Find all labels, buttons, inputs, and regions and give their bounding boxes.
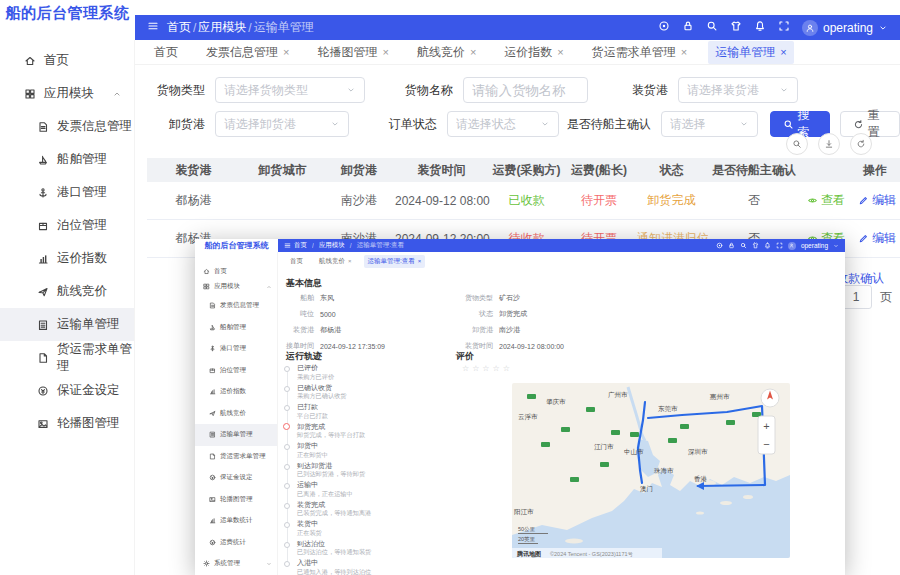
sidebar-item-waybill-stats[interactable]: 运单数统计: [195, 510, 277, 532]
rating-stars[interactable]: ☆☆☆☆☆: [462, 364, 513, 373]
sidebar-item-freight-index[interactable]: 运价指数: [0, 242, 134, 275]
sidebar-item-waybill[interactable]: 运输单管理: [195, 424, 277, 446]
sidebar-group-system[interactable]: 系统管理: [195, 553, 277, 575]
sidebar-item-invoice[interactable]: 发票信息管理: [0, 110, 134, 143]
search-icon[interactable]: [740, 242, 747, 250]
sidebar-item-carousel[interactable]: 轮播图管理: [0, 407, 134, 440]
sidebar: 首页 应用模块 发票信息管理 船舶管理 港口管理 泊位管理 运价指数 航线竞价 …: [0, 40, 135, 575]
hamburger-icon[interactable]: [284, 242, 291, 250]
cargo-name-input[interactable]: [463, 77, 588, 103]
breadcrumb-module[interactable]: 应用模块: [198, 19, 246, 36]
sidebar-item-berth[interactable]: 泊位管理: [0, 209, 134, 242]
rating-title: 评价: [456, 350, 474, 363]
table-header-row: 装货港 卸货城市 卸货港 装货时间 运费(采购方) 运费(船长) 状态 是否待船…: [147, 158, 900, 182]
user-menu[interactable]: operating: [802, 20, 888, 36]
owner-confirm-select[interactable]: 请选择: [661, 111, 758, 137]
map-island: [696, 511, 704, 514]
lock-icon[interactable]: [682, 20, 694, 35]
overlay-breadcrumb-home[interactable]: 首页: [294, 241, 307, 250]
zoom-in-button[interactable]: +: [763, 420, 769, 432]
tab-index[interactable]: 运价指数×: [497, 41, 570, 64]
record-icon[interactable]: [716, 242, 723, 250]
sidebar-item-home[interactable]: 首页: [0, 44, 134, 77]
map-attribution: ©2024 Tencent - GS(2023)1171号: [550, 551, 634, 557]
overlay-tab-bar: 首页 航线竞价× 运输单管理:查看×: [278, 254, 845, 268]
table-row: 都杨港 南沙港 2024-09-12 08:00:00 已收款 待开票 卸货完成…: [147, 182, 900, 220]
close-icon[interactable]: ×: [348, 258, 352, 264]
view-link[interactable]: 查看: [807, 192, 845, 209]
breadcrumb-home[interactable]: 首页: [167, 19, 191, 36]
tab-demand[interactable]: 货运需求单管理×: [585, 41, 694, 64]
sidebar-item-port[interactable]: 港口管理: [0, 176, 134, 209]
sidebar-item-demand[interactable]: 货运需求单管理: [195, 446, 277, 468]
map-zoom-control[interactable]: + −: [758, 416, 775, 454]
filter-label: 装货港: [588, 82, 668, 99]
order-status-select[interactable]: 请选择状态: [447, 111, 559, 137]
edit-link[interactable]: 编辑: [858, 192, 896, 209]
avatar: [788, 242, 796, 250]
route-map[interactable]: 广州市 东莞市 惠州市 肇庆市 云浮市 江门市 中山市 深圳市 珠海市 香港 澳…: [512, 383, 790, 558]
edit-link[interactable]: 编辑: [858, 230, 896, 247]
sidebar-item-invoice[interactable]: 发票信息管理: [195, 295, 277, 317]
tab-invoice[interactable]: 发票信息管理×: [199, 41, 296, 64]
tab-home[interactable]: 首页: [147, 41, 185, 64]
sidebar-item-deposit[interactable]: 保证金设定: [0, 374, 134, 407]
basic-info-fields: 船舶 东风 货物类型 矿石沙 吨位 5000 状态 卸货完成 装货港 都杨港 卸…: [286, 290, 564, 354]
close-icon[interactable]: ×: [418, 258, 422, 264]
zoom-out-button[interactable]: −: [763, 438, 769, 450]
cargo-type-select[interactable]: 请选择货物类型: [215, 77, 365, 103]
sidebar-item-deposit[interactable]: 保证金设定: [195, 467, 277, 489]
sidebar-item-berth[interactable]: 泊位管理: [195, 360, 277, 382]
lock-icon[interactable]: [728, 242, 735, 250]
tab-waybill[interactable]: 运输单管理×: [708, 41, 793, 64]
tab-carousel[interactable]: 轮播图管理×: [310, 41, 395, 64]
theme-icon[interactable]: [730, 20, 742, 35]
export-button[interactable]: [818, 133, 840, 155]
unloading-port-select[interactable]: 请选择卸货港: [215, 111, 349, 137]
sidebar-item-route-bidding[interactable]: 航线竞价: [0, 275, 134, 308]
map-city-label: 广州市: [608, 391, 628, 398]
search-icon[interactable]: [706, 20, 718, 35]
sidebar-group-modules[interactable]: 应用模块: [195, 278, 277, 295]
overlay-breadcrumb-module[interactable]: 应用模块: [319, 241, 345, 250]
sidebar-item-route-bidding[interactable]: 航线竞价: [195, 403, 277, 425]
tab-bidding[interactable]: 航线竞价×: [315, 255, 356, 268]
bell-icon[interactable]: [764, 242, 771, 250]
sidebar-item-fee-stats[interactable]: 运费统计: [195, 532, 277, 554]
sidebar-item-home[interactable]: 首页: [195, 265, 277, 278]
close-icon[interactable]: ×: [557, 47, 563, 58]
close-icon[interactable]: ×: [470, 47, 476, 58]
track-step: 已打款平台已打款: [284, 403, 454, 419]
sidebar-item-waybill[interactable]: 运输单管理: [0, 308, 134, 341]
track-step: 已确认收货采购方已确认收货: [284, 384, 454, 400]
tab-waybill-view[interactable]: 运输单管理:查看×: [364, 255, 426, 268]
map-city-label: 东莞市: [658, 405, 678, 412]
sidebar-item-demand[interactable]: 货运需求单管理: [0, 341, 134, 374]
search-toggle-button[interactable]: [786, 133, 808, 155]
tab-bidding[interactable]: 航线竞价×: [410, 41, 483, 64]
refresh-button[interactable]: [850, 133, 872, 155]
tab-home[interactable]: 首页: [286, 255, 307, 268]
close-icon[interactable]: ×: [681, 47, 687, 58]
loading-port-select[interactable]: 请选择装货港: [678, 77, 798, 103]
sidebar-item-freight-index[interactable]: 运价指数: [195, 381, 277, 403]
chart-icon: [37, 253, 49, 265]
sidebar-item-ship[interactable]: 船舶管理: [195, 317, 277, 339]
close-icon[interactable]: ×: [780, 47, 786, 58]
sidebar-item-ship[interactable]: 船舶管理: [0, 143, 134, 176]
sidebar-item-port[interactable]: 港口管理: [195, 338, 277, 360]
close-icon[interactable]: ×: [382, 47, 388, 58]
close-icon[interactable]: ×: [283, 47, 289, 58]
breadcrumb: 首页 / 应用模块 / 运输单管理: [167, 19, 314, 36]
record-icon[interactable]: [658, 20, 670, 35]
sidebar-item-carousel[interactable]: 轮播图管理: [195, 489, 277, 511]
bell-icon[interactable]: [754, 20, 766, 35]
hamburger-icon[interactable]: [147, 20, 159, 35]
filter-label: 是否待船主确认: [559, 116, 651, 133]
fullscreen-icon[interactable]: [778, 20, 790, 35]
fullscreen-icon[interactable]: [776, 242, 783, 250]
compass-icon[interactable]: [761, 389, 779, 407]
invoice-icon: [37, 121, 49, 133]
sidebar-group-modules[interactable]: 应用模块: [0, 77, 134, 110]
theme-icon[interactable]: [752, 242, 759, 250]
